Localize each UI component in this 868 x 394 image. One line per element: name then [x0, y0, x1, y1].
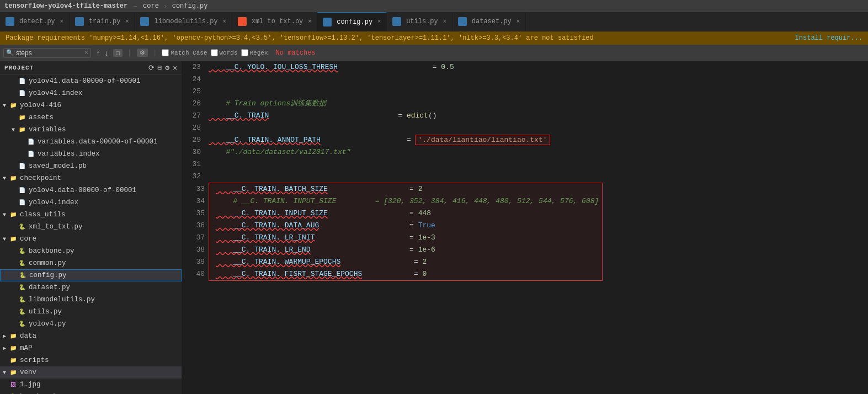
- tab-close-xml-to-txt[interactable]: ×: [308, 19, 311, 25]
- tree-item-checkpoint[interactable]: 📁 checkpoint: [0, 172, 182, 184]
- close-panel-icon[interactable]: ✕: [173, 63, 177, 72]
- tab-utils[interactable]: utils.py ×: [387, 12, 452, 31]
- folder-icon-mAP: 📁: [9, 344, 18, 353]
- tree-item-libmodelutils[interactable]: 🐍 libmodelutils.py: [0, 294, 182, 306]
- words-checkbox[interactable]: [211, 49, 218, 56]
- tab-train[interactable]: train.py ×: [70, 12, 135, 31]
- code-line-26: 26 # Train options训练集数据: [188, 98, 868, 110]
- file-icon-libmodelutils: 🐍: [18, 295, 26, 304]
- tree-item-yolov4-index[interactable]: 📄 yolov4.index: [0, 196, 182, 209]
- file-icon-yolov4-index: 📄: [18, 198, 26, 207]
- search-up-button[interactable]: ↑: [94, 49, 102, 57]
- tree-item-mAP[interactable]: 📁 mAP: [0, 342, 182, 354]
- code-38: __C. TRAIN. LR_END = 1e-6: [212, 244, 435, 256]
- tree-item-yolov41-index[interactable]: 📄 yolov41.index: [0, 87, 182, 99]
- arrow-core[interactable]: [0, 236, 9, 242]
- tab-close-detect[interactable]: ×: [60, 19, 63, 25]
- arrow-data[interactable]: [0, 333, 9, 339]
- editor-area: 23 __C. YOLO. IOU_LOSS_THRESH = 0.5 24 2…: [182, 61, 868, 394]
- code-line-28: 28: [188, 122, 868, 134]
- tree-item-variables[interactable]: 📁 variables: [0, 124, 182, 136]
- tree-item-1jpg[interactable]: 🖼 1.jpg: [0, 379, 182, 391]
- code-line-33: 33 __C. TRAIN. BATCH_SIZE = 2: [191, 183, 599, 195]
- file-icon-variables-index: 📄: [26, 150, 35, 158]
- folder-icon-checkpoint: 📁: [9, 174, 18, 183]
- line-num-37: 37: [191, 232, 212, 244]
- tree-item-yolov4-py[interactable]: 🐍 yolov4.py: [0, 318, 182, 330]
- code-line-27: 27 __C. TRAIN = edict(): [188, 110, 868, 122]
- code-line-29: 29 __C. TRAIN. ANNOT_PATH = './data/lian…: [188, 134, 868, 146]
- match-case-checkbox[interactable]: [162, 49, 169, 56]
- tree-item-assets[interactable]: 📁 assets: [0, 111, 182, 124]
- tree-item-utils[interactable]: 🐍 utils.py: [0, 306, 182, 318]
- install-requirements-link[interactable]: Install requir...: [795, 34, 862, 42]
- tab-detect[interactable]: detect.py ×: [0, 12, 70, 31]
- tab-config[interactable]: config.py ×: [317, 12, 387, 31]
- code-40: __C. TRAIN. FISRT_STAGE_EPOCHS = 0: [212, 268, 427, 280]
- arrow-class-utils[interactable]: [0, 212, 9, 218]
- tree-label-yolov4-py: yolov4.py: [29, 320, 66, 328]
- tree-item-yolov41-data[interactable]: 📄 yolov41.data-00000-of-00001: [0, 75, 182, 87]
- tree-item-scripts[interactable]: 📁 scripts: [0, 354, 182, 366]
- tree-item-data[interactable]: 📁 data: [0, 330, 182, 342]
- tree-item-common[interactable]: 🐍 common.py: [0, 257, 182, 269]
- words-option[interactable]: Words: [211, 49, 238, 56]
- tab-close-dataset[interactable]: ×: [516, 19, 520, 25]
- search-filter-button[interactable]: ⚙: [137, 49, 148, 57]
- code-line-39: 39 __C. TRAIN. WARMUP_EPOCHS = 2: [191, 256, 599, 268]
- tab-icon-config: [323, 18, 332, 26]
- code-36: __C. TRAIN. DATA_AUG = True: [212, 220, 435, 232]
- arrow-mAP[interactable]: [0, 345, 9, 352]
- arrow-checkpoint[interactable]: [0, 175, 9, 182]
- tab-close-utils[interactable]: ×: [443, 19, 446, 25]
- line-num-25: 25: [188, 86, 209, 98]
- tree-item-backbone[interactable]: 🐍 backbone.py: [0, 245, 182, 257]
- code-line-32: 32: [188, 171, 868, 183]
- tree-item-core[interactable]: 📁 core: [0, 233, 182, 245]
- file-icon-yolov41-data: 📄: [18, 77, 26, 86]
- tree-item-benchmarks[interactable]: 🐍 benchmarks.py: [0, 391, 182, 394]
- tab-xml-to-txt[interactable]: xml_to_txt.py ×: [232, 12, 318, 31]
- arrow-variables[interactable]: [9, 127, 18, 133]
- tab-close-train[interactable]: ×: [125, 19, 129, 25]
- search-icon: 🔍: [6, 49, 14, 56]
- folder-icon-data: 📁: [9, 332, 18, 340]
- tree-label-yolov4-data: yolov4.data-00000-of-00001: [29, 187, 136, 194]
- sync-icon[interactable]: ⟳: [148, 63, 155, 72]
- collapse-all-icon[interactable]: ⊟: [158, 63, 162, 72]
- tree-item-variables-index[interactable]: 📄 variables.index: [0, 148, 182, 160]
- arrow-venv[interactable]: [0, 370, 9, 376]
- regex-checkbox[interactable]: [241, 49, 248, 56]
- tree-label-xml-to-txt: xml_to_txt.py: [29, 223, 83, 231]
- clear-search-icon[interactable]: ×: [84, 49, 88, 57]
- tree-label-dataset: dataset.py: [29, 284, 70, 291]
- code-editor[interactable]: 23 __C. YOLO. IOU_LOSS_THRESH = 0.5 24 2…: [182, 61, 868, 394]
- search-close-button[interactable]: □: [113, 49, 123, 57]
- warning-bar: Package requirements 'numpy>=1.14,<1.16'…: [0, 31, 868, 45]
- tab-icon-dataset: [458, 17, 467, 26]
- tab-close-libmodelutils[interactable]: ×: [223, 19, 226, 25]
- tree-item-config[interactable]: 🐍 config.py: [0, 269, 182, 281]
- tab-dataset[interactable]: dataset.py ×: [452, 12, 526, 31]
- tree-item-variables-data[interactable]: 📄 variables.data-00000-of-00001: [0, 136, 182, 148]
- folder-icon-yolov4-416: 📁: [9, 101, 18, 110]
- search-down-button[interactable]: ↓: [103, 49, 110, 57]
- settings-icon[interactable]: ⚙: [165, 63, 169, 72]
- tree-item-dataset[interactable]: 🐍 dataset.py: [0, 281, 182, 294]
- title-project: tensorflow-yolov4-tflite-master: [4, 2, 127, 10]
- search-input[interactable]: [16, 49, 82, 57]
- tree-item-xml-to-txt[interactable]: 🐍 xml_to_txt.py: [0, 221, 182, 233]
- regex-option[interactable]: Regex: [241, 49, 268, 56]
- tab-libmodelutils[interactable]: libmodelutils.py ×: [135, 12, 232, 31]
- arrow-yolov4-416[interactable]: [0, 103, 9, 109]
- line-num-23: 23: [188, 61, 209, 73]
- tree-item-class-utils[interactable]: 📁 class_utils: [0, 209, 182, 221]
- tree-item-venv[interactable]: 📁 venv: [0, 366, 182, 379]
- tree-label-saved-model: saved_model.pb: [29, 162, 87, 170]
- match-case-option[interactable]: Match Case: [162, 49, 207, 56]
- tree-item-yolov4-data[interactable]: 📄 yolov4.data-00000-of-00001: [0, 184, 182, 196]
- tree-item-saved-model[interactable]: 📄 saved_model.pb: [0, 160, 182, 172]
- line-num-36: 36: [191, 220, 212, 232]
- tab-close-config[interactable]: ×: [377, 19, 381, 25]
- tree-item-yolov4-416[interactable]: 📁 yolov4-416: [0, 99, 182, 111]
